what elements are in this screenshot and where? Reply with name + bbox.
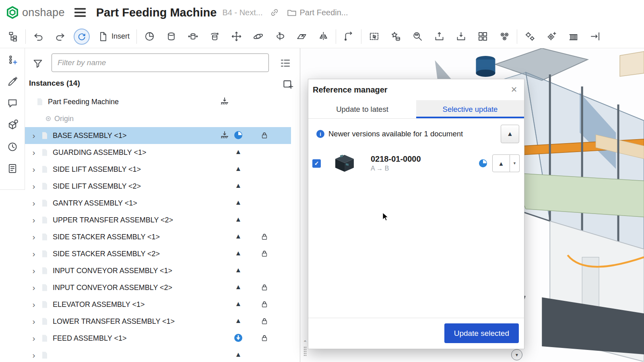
panel-scroll-handle[interactable]: ⌃ (302, 340, 308, 361)
notice-row: i Newer versions available for 1 documen… (316, 124, 519, 144)
tree-row[interactable]: › GANTRY ASSEMBLY <1> ▲ (25, 195, 291, 212)
annotations-button[interactable] (6, 76, 19, 88)
outdated-icon: ▲ (234, 198, 243, 207)
tree-row[interactable]: › INPUT CONVEYOR ASSEMBLY <2> ▲ (25, 279, 291, 296)
named-views-button[interactable] (388, 29, 404, 45)
assembly-icon (40, 334, 49, 343)
tab-update-to-latest[interactable]: Update to latest (308, 100, 416, 118)
chevron-right-icon[interactable]: › (31, 335, 37, 341)
tree-row[interactable]: › UPPER TRANSFER ASSEMBLY <2> ▲ (25, 212, 291, 228)
outdated-icon: ▲ (234, 350, 243, 359)
list-view-toggle[interactable] (279, 57, 291, 69)
version-dropdown-button[interactable]: ▼ (510, 154, 520, 172)
document-row[interactable]: ✓ 0218-01-0000 A → B ▲ ▼ (312, 151, 520, 176)
arrow-stop-icon (590, 31, 601, 42)
redo-button[interactable] (52, 29, 68, 45)
chevron-right-icon[interactable]: › (31, 251, 37, 257)
interference-button[interactable] (565, 29, 581, 45)
mirror-button[interactable] (315, 29, 331, 45)
outdated-icon: ▲ (234, 300, 243, 309)
instances-heading: Instances (14) (29, 79, 80, 88)
insert-document-icon (98, 31, 108, 42)
scroll-down-indicator[interactable]: ▼ (511, 349, 522, 360)
mate-button[interactable] (141, 29, 157, 45)
document-title[interactable]: Part Feeding Machine (96, 6, 217, 19)
close-icon[interactable]: × (507, 82, 521, 96)
tab-selective-update[interactable]: Selective update (416, 100, 524, 118)
export-button[interactable] (431, 29, 447, 45)
replicate-button[interactable] (496, 29, 512, 45)
assembly-tree-button[interactable] (5, 29, 21, 45)
document-version[interactable]: B4 - Next... (222, 8, 262, 17)
main-menu-button[interactable] (74, 8, 86, 17)
folder-icon (287, 7, 297, 18)
tree-row-root[interactable]: Part Feeding Machine (25, 93, 291, 110)
document-checkbox[interactable]: ✓ (312, 159, 321, 168)
mechanism-button[interactable] (522, 29, 538, 45)
update-all-button[interactable]: ▲ (501, 125, 519, 143)
breadcrumb[interactable]: Part Feedin... (287, 7, 348, 18)
pencil-plus-icon (7, 76, 18, 87)
tree-row[interactable]: › SIDE STACKER ASSEMBLY <2> ▲ (25, 245, 291, 262)
tree-row[interactable]: › GUARDING ASSEMBLY <1> ▲ (25, 144, 291, 161)
chevron-right-icon[interactable]: › (31, 284, 37, 291)
share-link[interactable] (270, 8, 279, 17)
chevron-right-icon[interactable]: › (31, 352, 37, 358)
snap-mode-button[interactable] (341, 29, 357, 45)
translate-button[interactable] (228, 29, 244, 45)
mate-icon (144, 31, 155, 42)
filter-input[interactable] (52, 53, 269, 72)
tree-item-label: GANTRY ASSEMBLY <1> (53, 199, 137, 208)
chevron-right-icon[interactable]: › (31, 301, 37, 308)
tree-row-origin[interactable]: Origin (25, 110, 291, 127)
chevron-right-icon[interactable]: › (31, 234, 37, 240)
notes-button[interactable] (6, 162, 19, 175)
add-folder-button[interactable] (282, 78, 295, 91)
tree-row[interactable]: › SIDE LIFT ASSEMBLY <2> ▲ (25, 178, 291, 195)
chevron-right-icon[interactable]: › (31, 132, 37, 139)
undo-button[interactable] (30, 29, 46, 45)
tree-row[interactable]: › LOWER TRANSFER ASSEMBLY <1> ▲ (25, 313, 291, 330)
chevron-right-icon[interactable]: › (31, 200, 37, 206)
update-references-button[interactable] (74, 29, 90, 45)
lock-icon (260, 232, 268, 241)
chevron-right-icon[interactable]: › (31, 183, 37, 189)
undo-icon (33, 31, 44, 42)
import-button[interactable] (453, 29, 469, 45)
collision-button[interactable] (587, 29, 603, 45)
tree-item-label: Origin (54, 115, 74, 123)
filter-icon[interactable] (32, 58, 43, 69)
chevron-right-icon[interactable]: › (31, 318, 37, 325)
tree-row[interactable]: › ELEVATOR ASSEMBLY <1> ▲ (25, 296, 291, 313)
update-version-button[interactable]: ▲ (492, 154, 510, 172)
history-button[interactable] (6, 141, 19, 154)
tree-row[interactable]: › SIDE LIFT ASSEMBLY <1> ▲ (25, 161, 291, 178)
outdated-icon: ▲ (234, 165, 243, 173)
tree-row[interactable]: › SIDE STACKER ASSEMBLY <1> ▲ (25, 228, 291, 245)
update-selected-button[interactable]: Update selected (444, 323, 519, 343)
chevron-right-icon[interactable]: › (31, 217, 37, 223)
chevron-right-icon[interactable]: › (31, 149, 37, 156)
pattern-button[interactable] (475, 29, 491, 45)
mates-panel-button[interactable] (6, 54, 19, 67)
chevron-right-icon[interactable]: › (31, 267, 37, 274)
revolute-mate-button[interactable] (206, 29, 223, 45)
inspect-button[interactable] (409, 29, 425, 45)
planar-mate-button[interactable] (293, 29, 310, 45)
learning-button[interactable] (6, 119, 19, 132)
insert-button[interactable]: Insert (95, 29, 132, 45)
feature-settings-button[interactable] (543, 29, 559, 45)
box-select-button[interactable] (366, 29, 382, 45)
onshape-logo[interactable]: onshape (6, 6, 65, 19)
tree-row-partial[interactable]: › ▲ (25, 347, 291, 362)
tree-row[interactable]: › INPUT CONVEYOR ASSEMBLY <1> ▲ (25, 262, 291, 279)
fastened-mate-button[interactable] (163, 29, 179, 45)
link-icon (270, 8, 279, 17)
tree-row[interactable]: › BASE ASSEMBLY <1> (25, 127, 291, 144)
chevron-right-icon[interactable]: › (31, 166, 37, 173)
ball-mate-button[interactable] (250, 29, 266, 45)
slider-mate-button[interactable] (185, 29, 201, 45)
tree-row[interactable]: › FEED ASSEMBLY <1> (25, 330, 291, 347)
comments-button[interactable] (6, 97, 19, 110)
rotate-button[interactable] (272, 29, 288, 45)
